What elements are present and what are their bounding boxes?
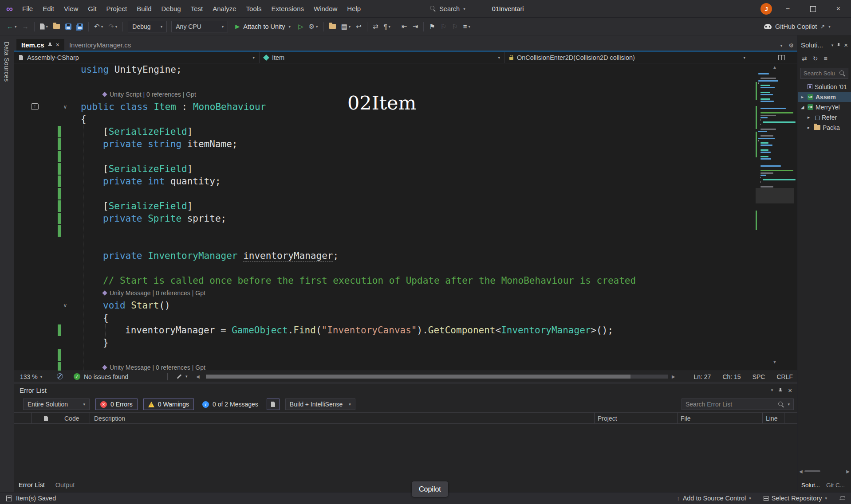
data-sources-tab[interactable]: Data Sources — [3, 42, 10, 82]
code-line[interactable] — [14, 76, 797, 88]
open-file-icon[interactable] — [51, 20, 62, 32]
tab-list-chevron-icon[interactable]: ▾ — [780, 43, 783, 48]
code-line[interactable] — [14, 237, 797, 250]
menu-tools[interactable]: Tools — [241, 0, 267, 17]
messages-filter-button[interactable]: i 0 of 2 Messages — [200, 401, 261, 408]
scroll-right-icon[interactable]: ▶ — [672, 371, 675, 382]
column-header-file[interactable]: File — [681, 413, 691, 424]
code-line[interactable]: private string itemName; — [14, 138, 797, 150]
tab-settings-gear-icon[interactable]: ⚙ — [788, 42, 794, 49]
prev-bookmark-icon[interactable]: ⚐ — [438, 20, 449, 32]
collapsed-icon[interactable]: ▸ — [806, 115, 812, 120]
line-ending-indicator[interactable]: CRLF — [776, 373, 793, 380]
menu-edit[interactable]: Edit — [38, 0, 59, 17]
open-chat-icon[interactable]: ↗ — [820, 23, 825, 30]
scroll-up-icon[interactable]: ▲ — [756, 65, 794, 70]
debug-target-combo[interactable]: Debug▾ — [128, 21, 167, 32]
codelens[interactable]: Unity Script | 0 references | Gpt — [103, 88, 196, 101]
pin-icon[interactable] — [836, 43, 841, 48]
nav-back-icon[interactable]: ←▾ — [4, 20, 19, 32]
menu-file[interactable]: File — [17, 0, 38, 17]
scroll-left-icon[interactable]: ◀ — [799, 466, 803, 477]
error-search-input[interactable] — [686, 401, 775, 408]
tab-git-c[interactable]: Git C... — [826, 482, 845, 488]
menu-build[interactable]: Build — [132, 0, 156, 17]
window-layout-icon[interactable]: ▤▾ — [339, 20, 353, 32]
add-to-source-control-button[interactable]: ↑ Add to Source Control ▾ — [677, 495, 751, 502]
column-header-code[interactable]: Code — [64, 413, 79, 424]
code-line[interactable] — [14, 349, 797, 361]
tree-item-merryyel[interactable]: ◢C#MerryYel — [798, 102, 851, 112]
redo-icon[interactable]: ↷▾ — [106, 20, 119, 32]
warnings-filter-button[interactable]: 0 Warnings — [143, 399, 194, 410]
scope-dropdown[interactable]: Entire Solution▾ — [23, 399, 90, 410]
document-health-indicator[interactable]: ✓ No issues found — [74, 371, 128, 382]
nav-forward-icon[interactable]: → — [20, 20, 31, 32]
word-wrap-icon[interactable]: ↩ — [354, 20, 364, 32]
start-without-debugging-icon[interactable]: ▷ — [296, 20, 306, 32]
code-line[interactable] — [14, 262, 797, 274]
title-search[interactable]: Search ▾ — [430, 5, 465, 12]
messages-edit-button[interactable] — [267, 399, 280, 410]
code-line[interactable]: { — [14, 113, 797, 125]
more-tools-icon[interactable]: ≡▾ — [461, 20, 473, 32]
code-line[interactable] — [14, 150, 797, 163]
code-line[interactable]: ∨void Start() — [14, 299, 797, 312]
menu-project[interactable]: Project — [101, 0, 132, 17]
collapsed-icon[interactable]: ▸ — [800, 94, 805, 99]
attach-to-unity-button[interactable]: ▶Attach to Unity▾ — [231, 23, 295, 30]
code-editor[interactable]: using UnityEngine;Unity Script | 0 refer… — [14, 63, 797, 371]
tree-item-assem[interactable]: ▸C#Assem — [798, 92, 851, 102]
chevron-down-icon[interactable]: ▾ — [788, 402, 790, 406]
solution-search[interactable] — [800, 68, 848, 79]
column-indicator[interactable]: Ch: 15 — [722, 373, 741, 380]
minimap[interactable]: ▲ ▼ — [756, 63, 797, 371]
settings-gear-icon[interactable]: ⚙▾ — [307, 20, 320, 32]
minimize-button[interactable]: − — [775, 0, 800, 18]
close-button[interactable]: × — [826, 0, 851, 18]
window-position-chevron-icon[interactable]: ▾ — [771, 388, 773, 392]
tab-inventorymanager-cs[interactable]: InventoryManager.cs — [64, 39, 136, 51]
menu-window[interactable]: Window — [309, 0, 342, 17]
outline-collapse-icon[interactable]: ∨ — [60, 101, 70, 113]
scroll-down-icon[interactable]: ▼ — [756, 359, 794, 364]
tab-item-cs[interactable]: Item.cs× — [16, 39, 64, 51]
spaces-indicator[interactable]: SPC — [753, 373, 765, 380]
indent-increase-icon[interactable]: ⇥ — [410, 20, 421, 32]
chevron-down-icon[interactable]: ▾ — [185, 371, 188, 382]
navigate-to-icon[interactable]: ⇄ — [370, 20, 381, 32]
column-header-line[interactable]: Line — [766, 413, 777, 424]
menu-git[interactable]: Git — [83, 0, 101, 17]
horizontal-scrollbar[interactable] — [206, 375, 668, 379]
error-list-search[interactable]: ▾ — [682, 399, 794, 410]
menu-analyze[interactable]: Analyze — [208, 0, 241, 17]
code-line[interactable] — [14, 225, 797, 237]
minimap-viewport[interactable] — [756, 188, 794, 203]
bookmark-icon[interactable]: ⚑ — [427, 20, 437, 32]
code-line[interactable]: { — [14, 312, 797, 324]
code-line[interactable]: [SerializeField] — [14, 163, 797, 175]
line-indicator[interactable]: Ln: 27 — [693, 373, 711, 380]
type-dropdown[interactable]: Item ▾ — [260, 52, 505, 63]
indent-decrease-icon[interactable]: ⇤ — [399, 20, 410, 32]
open-containing-folder-icon[interactable] — [327, 20, 338, 32]
avatar[interactable]: J — [760, 3, 772, 15]
collapse-all-icon[interactable]: ≡ — [823, 55, 827, 62]
save-icon[interactable] — [63, 20, 74, 32]
chevron-down-icon[interactable]: ▾ — [828, 24, 831, 29]
notifications-bell-icon[interactable] — [839, 496, 845, 501]
close-panel-icon[interactable]: × — [788, 387, 792, 394]
menu-extensions[interactable]: Extensions — [267, 0, 309, 17]
window-position-chevron-icon[interactable]: ▾ — [831, 43, 834, 47]
menu-debug[interactable]: Debug — [156, 0, 185, 17]
margin-glyph-icon[interactable]: ↑ — [31, 103, 39, 110]
code-line[interactable]: private int quantity; — [14, 175, 797, 188]
close-panel-icon[interactable]: × — [844, 41, 848, 49]
close-tab-icon[interactable]: × — [56, 41, 59, 48]
comment-lines-icon[interactable]: ¶▾ — [382, 20, 393, 32]
code-line[interactable]: Unity Message | 0 references | Gpt — [14, 361, 797, 371]
scrollbar-thumb[interactable] — [206, 375, 630, 379]
column-header-description[interactable]: Description — [94, 413, 125, 424]
member-dropdown[interactable]: OnCollisionEnter2D(Collision2D collision… — [505, 52, 750, 63]
maximize-button[interactable] — [800, 0, 826, 18]
